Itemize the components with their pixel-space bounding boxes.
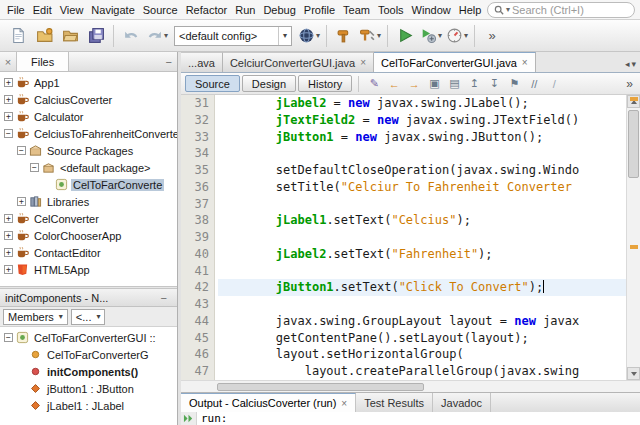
menu-run[interactable]: Run — [231, 2, 259, 18]
collapse-handle-icon[interactable]: − — [30, 163, 39, 172]
code-line-33[interactable]: jButton1 = new javax.swing.JButton(); — [218, 129, 626, 146]
close-panel-icon[interactable]: × — [0, 56, 16, 68]
expand-handle-icon[interactable]: + — [4, 112, 13, 121]
project-tree-item[interactable]: +ColorChooserApp — [0, 227, 177, 244]
minimize-navigator-icon[interactable]: − — [161, 292, 167, 304]
code-line-44[interactable]: javax.swing.GroupLayout layout = new jav… — [218, 313, 626, 330]
find-selection-icon[interactable]: ▣ — [425, 75, 443, 93]
expand-handle-icon[interactable]: + — [4, 95, 13, 104]
project-tree-item[interactable]: −CelciusToFahrenheitConverter — [0, 125, 177, 142]
line-number[interactable]: 37 — [181, 196, 209, 213]
save-all-button[interactable] — [83, 23, 109, 49]
menu-source[interactable]: Source — [139, 2, 182, 18]
project-tree-item[interactable]: +CelConverter — [0, 210, 177, 227]
code-line-43[interactable] — [218, 296, 626, 313]
toggle-highlight-icon[interactable]: ▤ — [445, 75, 463, 93]
menu-navigate[interactable]: Navigate — [87, 2, 138, 18]
code-editor[interactable]: jLabel2 = new javax.swing.JLabel(); jTex… — [215, 95, 626, 380]
tab-files[interactable]: Files — [16, 52, 69, 71]
members-filter-combo[interactable]: Members ▾ — [3, 309, 68, 325]
output-tab[interactable]: Test Results — [356, 393, 433, 412]
collapse-handle-icon[interactable]: − — [4, 333, 13, 342]
line-number[interactable]: 33 — [181, 129, 209, 146]
error-stripe-mark[interactable] — [630, 97, 638, 101]
run-button[interactable] — [392, 23, 418, 49]
new-project-button[interactable] — [31, 23, 57, 49]
code-line-45[interactable]: getContentPane().setLayout(layout); — [218, 330, 626, 347]
view-button-design[interactable]: Design — [242, 75, 296, 92]
member-tree-item[interactable]: −CelToFarConverterGUI :: — [0, 329, 177, 346]
expand-handle-icon[interactable]: + — [4, 248, 13, 257]
code-line-36[interactable]: setTitle("Celciur To Fahrenheit Converte… — [218, 179, 626, 196]
close-tab-icon[interactable]: × — [522, 57, 528, 68]
uncomment-icon[interactable]: / — [545, 75, 563, 93]
overflow-button[interactable]: » — [479, 23, 505, 49]
scroll-down-icon[interactable] — [627, 367, 640, 380]
build-button[interactable] — [331, 23, 357, 49]
line-number[interactable]: 35 — [181, 162, 209, 179]
code-line-38[interactable]: jLabel1.setText("Celcius"); — [218, 212, 626, 229]
line-number[interactable]: 44 — [181, 313, 209, 330]
line-number[interactable]: 41 — [181, 263, 209, 280]
code-line-46[interactable]: layout.setHorizontalGroup( — [218, 346, 626, 363]
code-line-39[interactable] — [218, 229, 626, 246]
line-number[interactable]: 36 — [181, 179, 209, 196]
menu-edit[interactable]: Edit — [29, 2, 56, 18]
code-line-40[interactable]: jLabel2.setText("Fahrenheit"); — [218, 246, 626, 263]
project-tree-item[interactable]: +Libraries — [0, 193, 177, 210]
minimize-panel-icon[interactable]: − — [166, 56, 172, 68]
menu-help[interactable]: Help — [455, 2, 486, 18]
close-tab-icon[interactable]: × — [360, 57, 366, 68]
code-line-35[interactable]: setDefaultCloseOperation(javax.swing.Win… — [218, 162, 626, 179]
menu-refactor[interactable]: Refactor — [182, 2, 232, 18]
error-stripe-mark[interactable] — [630, 245, 638, 249]
collapse-handle-icon[interactable]: − — [4, 129, 13, 138]
code-line-37[interactable] — [218, 196, 626, 213]
editor-tab[interactable]: CelToFarConverterGUI.java× — [374, 52, 536, 72]
menu-window[interactable]: Window — [408, 2, 455, 18]
expand-handle-icon[interactable]: + — [17, 197, 26, 206]
view-button-history[interactable]: History — [298, 75, 352, 92]
toggle-bookmark-icon[interactable]: ⚑ — [505, 75, 523, 93]
line-number[interactable]: 39 — [181, 229, 209, 246]
line-number[interactable]: 47 — [181, 363, 209, 380]
tab-list-chevron-icon[interactable]: ▾ — [631, 59, 636, 69]
browser-button[interactable]: ▾ — [296, 23, 322, 49]
line-number[interactable]: 42 — [181, 279, 209, 296]
member-tree-item[interactable]: initComponents() — [0, 363, 177, 380]
project-tree-item[interactable]: +HTML5App — [0, 261, 177, 278]
prev-bookmark-icon[interactable]: ↥ — [465, 75, 483, 93]
expand-handle-icon[interactable]: + — [4, 265, 13, 274]
member-tree-item[interactable]: CelToFarConverterG — [0, 346, 177, 363]
close-tab-icon[interactable]: × — [341, 398, 347, 409]
code-line-34[interactable] — [218, 145, 626, 162]
code-line-42[interactable]: jButton1.setText("Click To Convert"); — [218, 279, 626, 296]
editor-hscrollbar[interactable] — [181, 380, 640, 392]
editor-toolbar-overflow-icon[interactable]: » — [626, 77, 636, 91]
next-bookmark-icon[interactable]: ↧ — [485, 75, 503, 93]
output-tab[interactable]: Output - CalciusCoverter (run)× — [181, 393, 356, 412]
view-button-source[interactable]: Source — [185, 75, 240, 92]
line-number[interactable]: 32 — [181, 112, 209, 129]
line-number-gutter[interactable]: 3132333435363738394041424344454647 — [181, 95, 215, 380]
profile-button[interactable]: ▾ — [444, 23, 470, 49]
code-line-41[interactable] — [218, 263, 626, 280]
vscrollbar-thumb[interactable] — [628, 110, 639, 178]
line-number[interactable]: 38 — [181, 212, 209, 229]
output-tab[interactable]: Javadoc — [433, 393, 491, 412]
code-line-31[interactable]: jLabel2 = new javax.swing.JLabel(); — [218, 95, 626, 112]
collapse-handle-icon[interactable]: − — [17, 146, 26, 155]
scroll-tabs-left-icon[interactable]: ◂ — [625, 59, 630, 69]
search-scope-chevron-icon[interactable]: ▾ — [506, 5, 510, 14]
editor-tab[interactable]: ...ava — [181, 52, 223, 72]
project-tree-item[interactable]: +Calculator — [0, 108, 177, 125]
menu-tools[interactable]: Tools — [374, 2, 408, 18]
editor-tab[interactable]: CelciurConverterGUI.java× — [223, 52, 374, 72]
code-line-47[interactable]: layout.createParallelGroup(javax.swing — [218, 363, 626, 380]
back-icon[interactable]: ← — [385, 75, 403, 93]
menu-team[interactable]: Team — [339, 2, 374, 18]
quick-search-input[interactable]: ▾ Search (Ctrl+I) — [487, 2, 635, 18]
scope-filter-combo[interactable]: <... ▾ — [71, 309, 106, 325]
expand-handle-icon[interactable]: + — [4, 78, 13, 87]
expand-handle-icon[interactable]: + — [4, 214, 13, 223]
